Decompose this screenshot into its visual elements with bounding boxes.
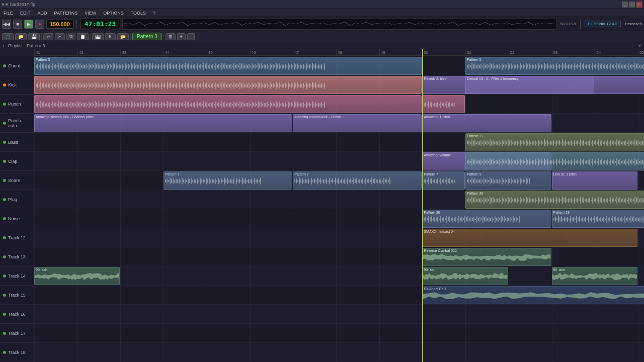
grid-vline-43 [120, 56, 121, 362]
zoom-in[interactable]: + [177, 33, 186, 40]
track-dot-bass [3, 141, 6, 144]
menu-tools[interactable]: TOOLS [129, 11, 147, 16]
grid-row-track16 [34, 305, 644, 324]
close-button[interactable]: × [636, 2, 642, 8]
grid-row-track13 [34, 247, 644, 266]
grid-container: 4142434445464748495051525354555657585960… [34, 49, 644, 362]
track-label-track17[interactable]: Track 17 [0, 324, 34, 343]
grid-vline-53 [552, 56, 552, 362]
grid-vline-45 [207, 56, 207, 362]
track-dot-punch [3, 103, 6, 106]
toolbar-mixer[interactable]: 🎚 [105, 33, 116, 40]
ruler-mark-55: 55 [638, 49, 644, 55]
ruler-mark-49: 49 [379, 49, 385, 55]
record-button[interactable]: ● [35, 20, 44, 29]
ruler-mark-44: 44 [164, 49, 170, 55]
toolbar-new[interactable]: 🎵 [2, 33, 14, 40]
track-label-plug[interactable]: Plug [0, 190, 34, 209]
grid-vline-48 [336, 56, 337, 362]
track-label-noise[interactable]: Noise [0, 209, 34, 228]
track-dot-plug [3, 198, 6, 201]
menu-bar: FILE EDIT ADD PATTERNS VIEW OPTIONS TOOL… [0, 9, 644, 17]
track-label-track18[interactable]: Track 18 [0, 343, 34, 362]
menu-options[interactable]: OPTIONS [102, 11, 125, 16]
ruler-mark-54: 54 [595, 49, 601, 55]
menu-help[interactable]: ? [151, 11, 157, 16]
fl-studio-info: FL Studio 12.4.2 [585, 21, 621, 27]
menu-view[interactable]: VIEW [83, 11, 98, 16]
zoom-out[interactable]: - [187, 33, 195, 40]
play-button[interactable]: ▶ [24, 20, 33, 29]
rewind-button[interactable]: ◀◀ [2, 20, 11, 29]
menu-file[interactable]: FILE [2, 11, 15, 16]
playlist-title: Playlist - Pattern 3 [9, 43, 45, 48]
track-label-punch-auto[interactable]: Punch auto. [0, 114, 34, 133]
transport-bar: ◀◀ ■ ▶ ● 150.000 47:01:23 50:11:18 FL St… [0, 17, 644, 31]
track-label-clap[interactable]: Clap [0, 152, 34, 171]
ruler-mark-51: 51 [465, 49, 471, 55]
track-dot-punch-auto [3, 122, 6, 125]
track-dot-15 [3, 294, 6, 297]
track-label-track16[interactable]: Track 16 [0, 305, 34, 324]
maximize-button[interactable]: □ [629, 2, 635, 8]
ruler-mark-42: 42 [77, 49, 84, 55]
track-dot-chord [3, 64, 6, 67]
minimize-button[interactable]: _ [622, 2, 628, 8]
ruler-mark-48: 48 [336, 49, 342, 55]
menu-patterns[interactable]: PATTERNS [53, 11, 79, 16]
track-label-punch[interactable]: Punch [0, 95, 34, 114]
track-label-track12[interactable]: Track 12 [0, 228, 34, 247]
menu-edit[interactable]: EDIT [19, 11, 32, 16]
track-label-snare[interactable]: Snare [0, 171, 34, 190]
track-label-track15[interactable]: Track 15 [0, 286, 34, 305]
toolbar-open[interactable]: 📁 [15, 33, 27, 40]
track-dot-13 [3, 255, 6, 258]
toolbar-undo[interactable]: ↩ [43, 33, 53, 40]
grid-row-chord [34, 56, 644, 75]
title-bar: ■ ■ hard2017.flp _ □ × [0, 0, 644, 9]
playlist-header: ♪ Playlist - Pattern 3 ▼ [0, 42, 644, 49]
toolbar-piano[interactable]: 🎹 [92, 33, 104, 40]
ruler-mark-50: 50 [422, 49, 428, 55]
ruler-mark-46: 46 [250, 49, 256, 55]
ruler-mark-47: 47 [293, 49, 299, 55]
toolbar-browser[interactable]: 📂 [117, 33, 129, 40]
track-label-kick[interactable]: Kick [0, 75, 34, 95]
grid-vline-54 [595, 56, 595, 362]
track-label-track13[interactable]: Track 13 [0, 247, 34, 266]
toolbar-cut[interactable]: ✂ [55, 33, 65, 40]
grid-row-noise [34, 209, 644, 228]
current-pattern[interactable]: Pattern 3 [132, 33, 162, 40]
ruler: 4142434445464748495051525354555657585960… [34, 49, 644, 56]
ruler-mark-43: 43 [120, 49, 126, 55]
grid-row-track15 [34, 286, 644, 305]
timeline-area[interactable]: 4142434445464748495051525354555657585960… [34, 49, 644, 362]
transport-status: Released [625, 22, 642, 26]
track-label-bass[interactable]: Bass [0, 133, 34, 152]
grid-row-track17 [34, 324, 644, 343]
main-waveform-display [122, 19, 556, 30]
snap-button[interactable]: ⊞ [166, 33, 176, 40]
grid-row-snare [34, 171, 644, 190]
stop-button[interactable]: ■ [13, 20, 22, 29]
grid-vline-46 [250, 56, 251, 362]
window-controls[interactable]: _ □ × [622, 2, 642, 8]
track-dot-kick [3, 83, 6, 86]
track-dot-16 [3, 313, 6, 316]
track-label-track14[interactable]: Track 14 [0, 266, 34, 286]
grid-vline-52 [509, 56, 509, 362]
grid-row-track12 [34, 228, 644, 247]
toolbar-save[interactable]: 💾 [28, 33, 40, 40]
time-display: 47:01:23 [80, 19, 121, 29]
track-dot-12 [3, 236, 6, 239]
menu-add[interactable]: ADD [36, 11, 49, 16]
track-dot-snare [3, 179, 6, 182]
grid-vline-55 [638, 56, 638, 362]
toolbar-paste[interactable]: 📋 [77, 33, 89, 40]
grid-vline-47 [293, 56, 293, 362]
grid-vline-51 [465, 56, 466, 362]
track-dot-17 [3, 332, 6, 335]
track-label-chord[interactable]: Chord [0, 56, 34, 75]
toolbar-copy[interactable]: ⧉ [66, 33, 75, 40]
bpm-display[interactable]: 150.000 [46, 20, 73, 29]
